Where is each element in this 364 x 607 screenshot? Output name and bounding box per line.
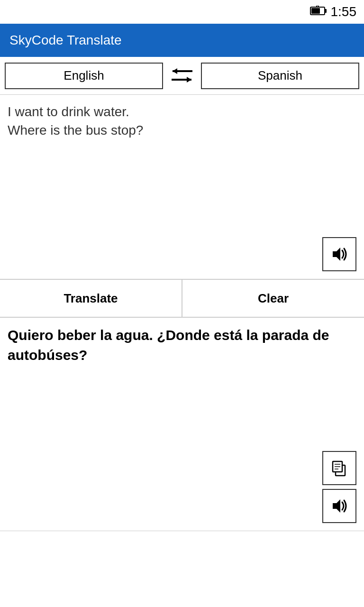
app-title: SkyCode Translate — [9, 33, 122, 48]
copy-translation-button[interactable] — [322, 451, 356, 485]
svg-rect-1 — [325, 9, 327, 13]
source-language-button[interactable]: English — [5, 63, 163, 89]
clear-button[interactable]: Clear — [182, 280, 364, 317]
svg-marker-11 — [333, 248, 340, 261]
translate-button[interactable]: Translate — [0, 280, 182, 317]
svg-marker-8 — [173, 68, 177, 74]
speak-input-button[interactable] — [322, 237, 356, 271]
source-text-input[interactable]: I want to drink water. Where is the bus … — [8, 102, 356, 259]
action-row: Translate Clear — [0, 280, 364, 318]
output-area: Quiero beber la agua. ¿Donde está la par… — [0, 318, 364, 531]
input-area: I want to drink water. Where is the bus … — [0, 95, 364, 280]
translated-text: Quiero beber la agua. ¿Donde está la par… — [8, 325, 356, 496]
output-action-buttons — [322, 451, 356, 523]
app-header: SkyCode Translate — [0, 24, 364, 57]
svg-rect-2 — [311, 8, 320, 14]
svg-marker-17 — [333, 499, 340, 513]
battery-icon — [310, 6, 327, 18]
svg-marker-10 — [187, 77, 191, 83]
status-time: 1:55 — [331, 4, 357, 19]
speak-translation-button[interactable] — [322, 489, 356, 523]
target-language-button[interactable]: Spanish — [201, 63, 359, 89]
status-bar: 1:55 — [0, 0, 364, 24]
swap-languages-button[interactable] — [163, 65, 201, 86]
language-selector-row: English Spanish — [0, 57, 364, 95]
